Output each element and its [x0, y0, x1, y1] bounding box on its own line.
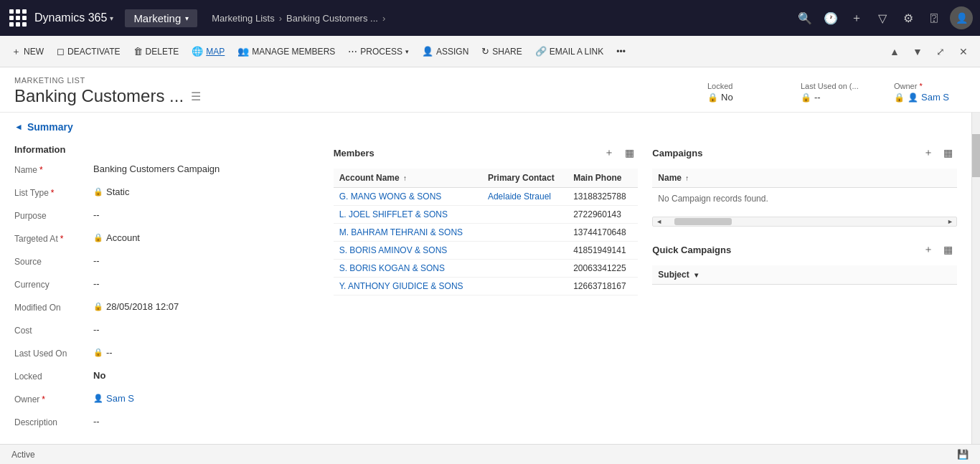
campaigns-no-records-row: No Campaign records found. [652, 188, 957, 210]
assign-button[interactable]: 👤 ASSIGN [416, 43, 474, 60]
summary-label: Summary [27, 121, 73, 133]
members-table: Account Name ↑ Primary Contact Main Phon… [334, 169, 639, 295]
qc-grid-button[interactable]: ▦ [940, 241, 957, 258]
settings-button[interactable]: ⚙ [895, 5, 921, 31]
new-button[interactable]: ＋ NEW [6, 42, 50, 61]
campaigns-scrollbar[interactable]: ◄ ► [652, 217, 957, 227]
member-contact [482, 242, 567, 260]
campaigns-grid-button[interactable]: ▦ [940, 144, 957, 161]
scroll-up-button[interactable]: ▲ [884, 41, 905, 62]
recents-button[interactable]: 🕐 [818, 5, 844, 31]
breadcrumb: Marketing Lists › Banking Customers ... … [207, 13, 385, 24]
last-used-lock-icon: 🔒 [93, 348, 103, 357]
more-button[interactable]: ••• [611, 44, 631, 60]
deactivate-icon: ◻ [57, 46, 65, 57]
map-button[interactable]: 🌐 MAP [186, 43, 230, 60]
header-locked-field: Locked 🔒 No [707, 82, 779, 103]
owner-link[interactable]: Sam S [106, 393, 134, 404]
module-chevron-icon: ▾ [185, 14, 189, 22]
members-col-account[interactable]: Account Name ↑ [334, 169, 482, 188]
member-phone: 2722960143 [567, 206, 638, 224]
member-contact [482, 260, 567, 278]
toolbar: ＋ NEW ◻ DEACTIVATE 🗑 DELETE 🌐 MAP 👥 MANA… [0, 36, 980, 67]
qc-dropdown-icon[interactable]: ▾ [694, 271, 698, 279]
manage-members-button[interactable]: 👥 MANAGE MEMBERS [232, 43, 341, 60]
share-button[interactable]: ↻ SHARE [476, 43, 527, 60]
qc-header: Quick Campaigns ＋ ▦ [652, 241, 957, 258]
members-col-contact: Primary Contact [482, 169, 567, 188]
save-icon[interactable]: 💾 [957, 449, 969, 460]
module-selector[interactable]: Marketing ▾ [125, 9, 197, 27]
search-button[interactable]: 🔍 [792, 5, 818, 31]
right-scrollbar[interactable] [971, 113, 980, 444]
expand-button[interactable]: ⤢ [930, 41, 951, 62]
delete-button[interactable]: 🗑 DELETE [128, 43, 185, 60]
targeted-at-lock-icon: 🔒 [93, 233, 103, 242]
manage-members-label: MANAGE MEMBERS [252, 47, 335, 57]
scroll-right-icon[interactable]: ► [947, 218, 953, 225]
breadcrumb-marketing-lists[interactable]: Marketing Lists [212, 13, 274, 24]
new-icon: ＋ [11, 45, 21, 58]
member-phone: 20063341225 [567, 260, 638, 278]
deactivate-button[interactable]: ◻ DEACTIVATE [51, 43, 126, 60]
field-purpose-value: -- [93, 209, 100, 220]
content-scroll[interactable]: ◄ Summary Information Name * Banking Cus… [0, 113, 971, 444]
summary-toggle[interactable]: ◄ Summary [14, 121, 957, 133]
campaigns-table: Name ↑ No Campaign records found. [652, 169, 957, 209]
member-account: Y. ANTHONY GIUDICE & SONS [334, 278, 482, 295]
qc-add-button[interactable]: ＋ [920, 241, 937, 258]
members-col-phone: Main Phone [567, 169, 638, 188]
user-avatar[interactable]: 👤 [950, 6, 973, 29]
campaigns-panel: Campaigns ＋ ▦ Name ↑ [652, 144, 957, 439]
qc-header-actions: ＋ ▦ [920, 241, 957, 258]
assign-icon: 👤 [422, 46, 433, 57]
email-link-icon: 🔗 [535, 46, 547, 57]
campaigns-add-button[interactable]: ＋ [920, 144, 937, 161]
table-row: S. BORIS KOGAN & SONS 20063341225 [334, 260, 639, 278]
members-grid-button[interactable]: ▦ [621, 144, 638, 161]
app-launcher-button[interactable] [7, 7, 29, 29]
field-name: Name * Banking Customers Campaign [14, 164, 319, 181]
scrollbar-thumb[interactable] [972, 134, 980, 177]
help-button[interactable]: ⍰ [921, 5, 947, 31]
process-button[interactable]: ⋯ PROCESS ▾ [342, 43, 415, 60]
app-name-chevron-icon[interactable]: ▾ [110, 14, 113, 22]
campaigns-col-name[interactable]: Name ↑ [652, 169, 957, 188]
close-button[interactable]: ✕ [953, 41, 974, 62]
members-add-button[interactable]: ＋ [600, 144, 618, 161]
member-contact [482, 224, 567, 242]
header-owner-value: 🔒 👤 Sam S [894, 92, 966, 103]
member-phone: 12663718167 [567, 278, 638, 295]
member-account-link[interactable]: S. BORIS KOGAN & SONS [339, 263, 445, 273]
scroll-down-button[interactable]: ▼ [907, 41, 928, 62]
new-record-button[interactable]: ＋ [844, 5, 870, 31]
scroll-left-icon[interactable]: ◄ [656, 218, 662, 225]
member-account-link[interactable]: Y. ANTHONY GIUDICE & SONS [339, 281, 463, 291]
field-currency: Currency -- [14, 278, 319, 295]
qc-col-subject[interactable]: Subject ▾ [652, 265, 957, 285]
delete-icon: 🗑 [133, 46, 143, 57]
module-name: Marketing [133, 12, 181, 24]
member-phone: 13744170648 [567, 224, 638, 242]
field-targeted-at: Targeted At * 🔒 Account [14, 232, 319, 250]
status-label: Active [11, 450, 35, 460]
members-header-actions: ＋ ▦ [600, 144, 638, 161]
breadcrumb-expand-icon[interactable]: › [382, 13, 385, 24]
header-fields: Locked 🔒 No Last Used on (... 🔒 -- Own [707, 76, 966, 103]
scroll-thumb[interactable] [674, 218, 732, 225]
field-source: Source -- [14, 255, 319, 273]
field-modified-on: Modified On 🔒 28/05/2018 12:07 [14, 301, 319, 318]
members-title: Members [334, 148, 601, 158]
member-account-link[interactable]: M. BAHRAM TEHRANI & SONS [339, 227, 463, 237]
member-account-link[interactable]: G. MANG WONG & SONS [339, 191, 442, 202]
header-last-used-lock-icon: 🔒 [801, 93, 811, 103]
member-account-link[interactable]: S. BORIS AMINOV & SONS [339, 245, 448, 255]
member-account: G. MANG WONG & SONS [334, 188, 482, 206]
record-menu-icon[interactable]: ☰ [191, 90, 201, 103]
header-owner-link[interactable]: Sam S [921, 92, 949, 103]
header-last-used-field: Last Used on (... 🔒 -- [801, 82, 872, 103]
member-account-link[interactable]: L. JOEL SHIFFLET & SONS [339, 209, 448, 219]
email-link-button[interactable]: 🔗 EMAIL A LINK [529, 43, 610, 60]
advanced-find-button[interactable]: ▽ [870, 5, 895, 31]
header-owner-person-icon: 👤 [908, 93, 918, 103]
